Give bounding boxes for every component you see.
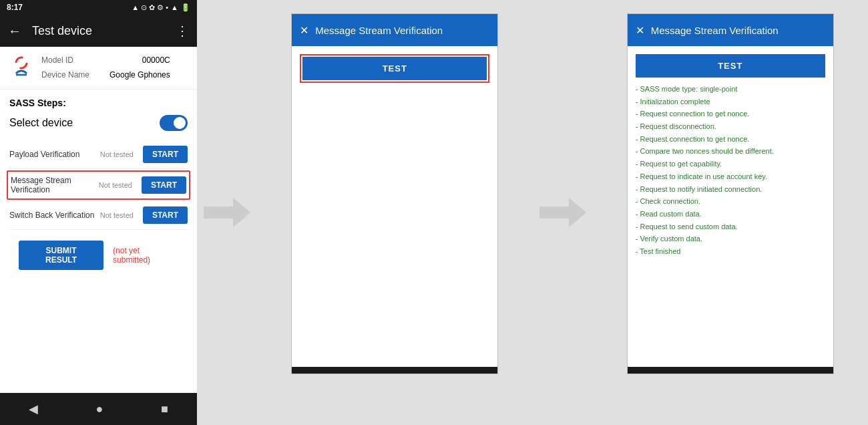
arrow-1 — [197, 0, 257, 425]
switch-back-label: Switch Back Verification — [9, 210, 95, 220]
dialog-1-test-button[interactable]: TEST — [302, 57, 487, 80]
dialog-1-bottom-bar — [292, 367, 497, 374]
battery-icon: 🔋 — [181, 3, 190, 12]
payload-status: Not tested — [100, 150, 134, 158]
select-device-row: Select device — [9, 115, 188, 131]
dialog-2-header: ✕ Message Stream Verification — [628, 14, 833, 46]
select-device-toggle[interactable] — [160, 115, 188, 131]
select-device-label: Select device — [9, 117, 73, 129]
sass-section: SASS Steps: Select device Payload Verifi… — [0, 90, 197, 278]
arrow-body-1 — [204, 206, 233, 219]
device-info: Model ID 00000C Device Name Google Gphon… — [0, 47, 197, 90]
dialog-2-close-button[interactable]: ✕ — [636, 24, 644, 37]
phone-content: Model ID 00000C Device Name Google Gphon… — [0, 47, 197, 393]
log-line: - Request to notify initiated connection… — [636, 183, 825, 196]
log-line: - Test finished — [636, 245, 825, 258]
not-submitted-label: (not yet submitted) — [113, 246, 178, 265]
dialog-1-body: TEST — [292, 46, 497, 367]
log-line: - Initialization complete — [636, 96, 825, 108]
dialog-2-wrapper: ✕ Message Stream Verification TEST - SAS… — [593, 0, 869, 425]
dialog-2-bottom-bar — [628, 367, 833, 374]
status-icons: ▲ ⊙ ✿ ⚙ • ▲ 🔋 — [132, 3, 190, 12]
arrow-shape-2 — [539, 198, 586, 227]
log-line: - Request to send custom data. — [636, 221, 825, 233]
status-bar: 8:17 ▲ ⊙ ✿ ⚙ • ▲ 🔋 — [0, 0, 197, 15]
dialog-2-body: TEST - SASS mode type: single-point- Ini… — [628, 46, 833, 367]
dialog-1-close-button[interactable]: ✕ — [300, 24, 308, 37]
device-name-label: Device Name — [41, 68, 89, 83]
log-line: - Compare two nonces should be different… — [636, 145, 825, 158]
sass-title: SASS Steps: — [9, 98, 188, 108]
log-line: - Request to get capability. — [636, 158, 825, 170]
log-line: - Read custom data. — [636, 208, 825, 221]
dialog-1-title: Message Stream Verification — [315, 25, 489, 36]
arrow-2 — [533, 0, 593, 425]
submit-row: SUBMIT RESULT (not yet submitted) — [9, 230, 188, 270]
dialog-1: ✕ Message Stream Verification TEST — [291, 13, 498, 374]
phone-panel: 8:17 ▲ ⊙ ✿ ⚙ • ▲ 🔋 ← Test device ⋮ Model… — [0, 0, 197, 425]
svg-point-0 — [16, 57, 27, 68]
dialog-2-test-button[interactable]: TEST — [636, 54, 825, 78]
log-line: - Request to indicate in use account key… — [636, 170, 825, 183]
log-line: - SASS mode type: single-point — [636, 83, 825, 96]
app-title: Test device — [32, 24, 176, 38]
step-row-payload: Payload Verification Not tested START — [9, 140, 188, 169]
message-stream-label: Message StreamVerification — [11, 176, 93, 194]
model-id-label: Model ID — [41, 53, 73, 68]
nav-back-button[interactable]: ◀ — [29, 402, 38, 416]
back-button[interactable]: ← — [8, 23, 21, 39]
dialog-2: ✕ Message Stream Verification TEST - SAS… — [627, 13, 834, 374]
dialog-2-title: Message Stream Verification — [651, 25, 825, 36]
signal-icon: ▲ — [171, 3, 178, 11]
device-fields: Model ID 00000C Device Name Google Gphon… — [41, 53, 170, 82]
switch-back-start-button[interactable]: START — [143, 206, 188, 224]
message-stream-start-button[interactable]: START — [142, 176, 186, 194]
app-logo — [9, 56, 33, 80]
device-name-value: Google Gphones — [110, 68, 170, 83]
submit-result-button[interactable]: SUBMIT RESULT — [19, 241, 103, 270]
nav-home-button[interactable]: ● — [96, 402, 103, 416]
message-stream-status: Not tested — [99, 181, 132, 189]
step-row-message-stream: Message StreamVerification Not tested ST… — [7, 170, 190, 200]
arrow-head-2 — [569, 198, 586, 227]
model-id-value: 00000C — [142, 53, 170, 68]
log-lines: - SASS mode type: single-point- Initiali… — [636, 83, 825, 258]
dialog-1-header: ✕ Message Stream Verification — [292, 14, 497, 46]
log-line: - Verify custom data. — [636, 233, 825, 245]
arrow-head-1 — [233, 198, 250, 227]
log-line: - Request connection to get nonce. — [636, 133, 825, 146]
payload-label: Payload Verification — [9, 150, 95, 159]
status-icon-set: ▲ ⊙ ✿ ⚙ • — [132, 3, 168, 12]
step-row-switch-back: Switch Back Verification Not tested STAR… — [9, 201, 188, 230]
log-line: - Check connection. — [636, 195, 825, 208]
log-line: - Request disconnection. — [636, 120, 825, 133]
arrow-body-2 — [539, 206, 569, 219]
status-time: 8:17 — [7, 3, 23, 12]
switch-back-status: Not tested — [100, 211, 134, 219]
payload-start-button[interactable]: START — [143, 146, 188, 163]
nav-bar: ◀ ● ■ — [0, 393, 197, 425]
arrow-shape-1 — [204, 198, 250, 227]
dialog-1-test-btn-wrapper: TEST — [300, 54, 489, 83]
app-bar: ← Test device ⋮ — [0, 15, 197, 47]
dialog-1-wrapper: ✕ Message Stream Verification TEST — [257, 0, 533, 425]
nav-recents-button[interactable]: ■ — [161, 402, 168, 416]
log-line: - Request connection to get nonce. — [636, 108, 825, 120]
more-button[interactable]: ⋮ — [176, 23, 189, 39]
